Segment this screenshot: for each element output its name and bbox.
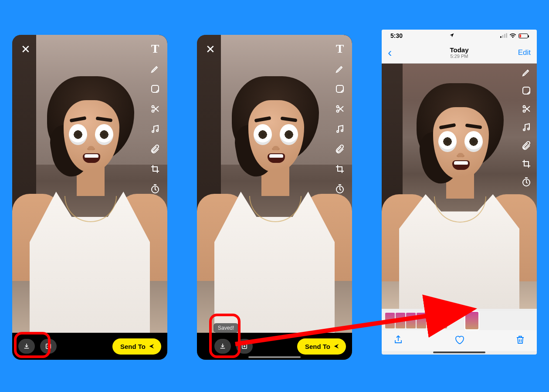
scissors-tool-icon[interactable] [149, 103, 161, 115]
status-time: 5:30 [390, 32, 403, 39]
home-indicator[interactable] [433, 351, 485, 353]
scissors-tool-icon[interactable] [334, 103, 346, 115]
attach-tool-icon[interactable] [149, 143, 161, 155]
crop-tool-icon [520, 158, 532, 170]
photos-app-screenshot: 5:30 ‹ Today 5:29 PM Edit [382, 30, 537, 355]
pencil-tool-icon[interactable] [149, 63, 161, 75]
attach-tool-icon [520, 139, 532, 152]
battery-icon [518, 34, 528, 38]
svg-point-21 [523, 129, 525, 131]
timer-tool-icon[interactable] [149, 183, 161, 195]
music-tool-icon[interactable] [149, 123, 161, 135]
svg-point-4 [156, 130, 158, 132]
sticker-tool-icon[interactable] [334, 83, 346, 95]
music-tool-icon [520, 121, 532, 133]
ios-status-bar: 5:30 [382, 30, 537, 42]
pencil-tool-icon[interactable] [334, 63, 346, 75]
send-to-label: Send To [305, 343, 330, 350]
text-tool-icon[interactable]: T [334, 43, 346, 55]
photos-nav-bar: ‹ Today 5:29 PM Edit [382, 42, 537, 64]
home-indicator[interactable] [248, 356, 301, 358]
thumbnail[interactable] [406, 313, 416, 328]
wifi-icon [509, 32, 516, 39]
pencil-tool-icon [520, 66, 532, 78]
timer-tool-icon [520, 176, 532, 188]
timer-tool-icon[interactable] [334, 183, 346, 195]
thumbnail-selected[interactable] [465, 312, 478, 329]
send-to-button[interactable]: Send To [297, 338, 346, 355]
svg-point-10 [337, 131, 339, 132]
close-icon[interactable]: ✕ [21, 43, 30, 56]
text-tool-icon[interactable]: T [149, 43, 161, 55]
close-icon[interactable]: ✕ [206, 43, 215, 56]
snap-photo [197, 35, 352, 360]
cellular-icon [500, 32, 507, 39]
nav-title: Today 5:29 PM [382, 46, 537, 59]
thumbnail[interactable] [427, 313, 437, 328]
svg-rect-14 [500, 36, 502, 38]
music-tool-icon[interactable] [334, 123, 346, 135]
thumbnail[interactable] [396, 313, 405, 328]
crop-tool-icon[interactable] [334, 163, 346, 175]
photos-thumbnail-strip[interactable] [382, 311, 537, 330]
photos-action-bar [382, 330, 537, 351]
thumbnail[interactable] [417, 313, 426, 328]
thumbnail[interactable] [385, 313, 395, 328]
send-to-button[interactable]: Send To [112, 338, 161, 355]
nav-subtitle-text: 5:29 PM [382, 54, 537, 59]
photos-main-image[interactable] [382, 64, 537, 309]
svg-point-3 [152, 131, 154, 132]
scissors-tool-icon [520, 103, 532, 115]
location-icon [449, 32, 454, 39]
thumbnail[interactable] [437, 313, 447, 328]
svg-rect-15 [502, 35, 503, 38]
favorite-icon[interactable] [454, 335, 464, 347]
nav-title-text: Today [382, 46, 537, 54]
svg-point-22 [528, 128, 529, 130]
svg-rect-17 [506, 33, 507, 38]
svg-rect-16 [504, 34, 505, 38]
edit-tools-sidebar: T [334, 43, 346, 195]
send-to-label: Send To [120, 343, 146, 350]
sticker-tool-icon[interactable] [149, 83, 161, 95]
svg-point-11 [341, 130, 343, 132]
share-icon[interactable] [393, 335, 403, 347]
annotation-highlight-save [14, 332, 51, 358]
snap-photo [12, 35, 167, 360]
snapchat-screenshot-before-save: ✕ T Send To [12, 35, 167, 360]
sticker-tool-icon [520, 84, 532, 97]
crop-tool-icon[interactable] [149, 163, 161, 175]
edit-tools-sidebar: T [149, 43, 161, 195]
annotation-highlight-saved [209, 314, 241, 358]
trash-icon[interactable] [515, 335, 525, 347]
snapchat-screenshot-after-save: ✕ T Saved! Send To [197, 35, 352, 360]
attach-tool-icon[interactable] [334, 143, 346, 155]
